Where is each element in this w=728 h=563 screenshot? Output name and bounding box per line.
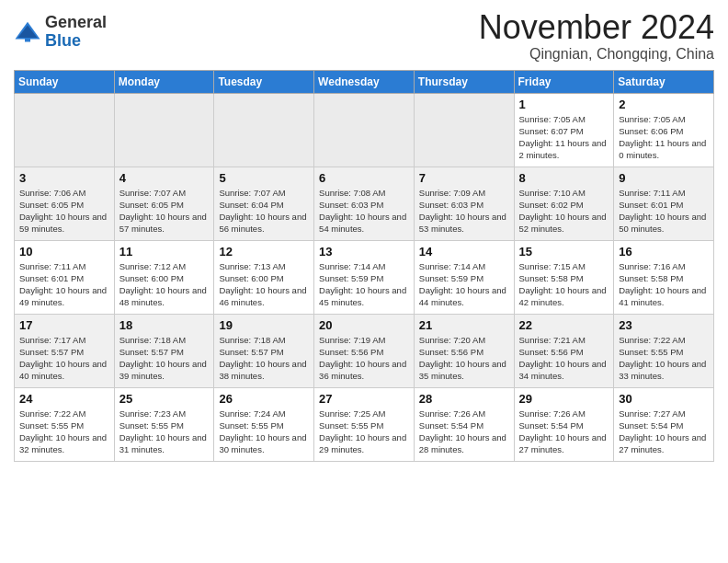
day-info: Sunrise: 7:19 AMSunset: 5:56 PMDaylight:… [319, 334, 409, 383]
day-number: 28 [419, 392, 509, 406]
calendar-cell [15, 93, 115, 167]
calendar-cell: 24Sunrise: 7:22 AMSunset: 5:55 PMDayligh… [15, 387, 115, 461]
calendar-cell: 2Sunrise: 7:05 AMSunset: 6:06 PMDaylight… [614, 93, 714, 167]
logo-blue-text: Blue [45, 32, 107, 51]
week-row-4: 17Sunrise: 7:17 AMSunset: 5:57 PMDayligh… [15, 314, 714, 387]
calendar-cell: 15Sunrise: 7:15 AMSunset: 5:58 PMDayligh… [514, 240, 614, 314]
day-info: Sunrise: 7:11 AMSunset: 6:01 PMDaylight:… [619, 187, 709, 236]
day-info: Sunrise: 7:26 AMSunset: 5:54 PMDaylight:… [419, 408, 509, 456]
calendar-cell: 12Sunrise: 7:13 AMSunset: 6:00 PMDayligh… [214, 240, 314, 314]
day-number: 19 [219, 318, 309, 332]
day-number: 11 [119, 245, 210, 259]
calendar-cell: 5Sunrise: 7:07 AMSunset: 6:04 PMDaylight… [214, 167, 314, 240]
day-info: Sunrise: 7:14 AMSunset: 5:59 PMDaylight:… [419, 260, 509, 309]
calendar-cell [214, 93, 314, 167]
day-info: Sunrise: 7:24 AMSunset: 5:55 PMDaylight:… [219, 408, 309, 456]
calendar-cell: 28Sunrise: 7:26 AMSunset: 5:54 PMDayligh… [414, 387, 514, 461]
day-number: 9 [619, 171, 709, 185]
day-number: 16 [619, 245, 709, 259]
day-info: Sunrise: 7:25 AMSunset: 5:55 PMDaylight:… [319, 408, 409, 456]
day-number: 7 [419, 171, 509, 185]
day-number: 13 [319, 245, 409, 259]
day-number: 22 [519, 318, 609, 332]
day-info: Sunrise: 7:07 AMSunset: 6:05 PMDaylight:… [119, 187, 210, 236]
month-title: November 2024 [479, 9, 714, 46]
day-info: Sunrise: 7:07 AMSunset: 6:04 PMDaylight:… [219, 187, 309, 236]
calendar-cell: 26Sunrise: 7:24 AMSunset: 5:55 PMDayligh… [214, 387, 314, 461]
day-info: Sunrise: 7:08 AMSunset: 6:03 PMDaylight:… [319, 187, 409, 236]
day-info: Sunrise: 7:05 AMSunset: 6:07 PMDaylight:… [519, 113, 609, 162]
day-number: 23 [619, 318, 709, 332]
week-row-3: 10Sunrise: 7:11 AMSunset: 6:01 PMDayligh… [15, 240, 714, 314]
day-info: Sunrise: 7:26 AMSunset: 5:54 PMDaylight:… [519, 408, 609, 456]
calendar-cell: 6Sunrise: 7:08 AMSunset: 6:03 PMDaylight… [314, 167, 415, 240]
location-subtitle: Qingnian, Chongqing, China [479, 46, 714, 63]
calendar-cell: 18Sunrise: 7:18 AMSunset: 5:57 PMDayligh… [114, 314, 214, 387]
day-number: 1 [519, 98, 609, 111]
calendar-cell: 13Sunrise: 7:14 AMSunset: 5:59 PMDayligh… [314, 240, 415, 314]
day-number: 5 [219, 171, 309, 185]
day-number: 14 [419, 245, 509, 259]
calendar-cell: 30Sunrise: 7:27 AMSunset: 5:54 PMDayligh… [614, 387, 714, 461]
week-row-5: 24Sunrise: 7:22 AMSunset: 5:55 PMDayligh… [15, 387, 714, 461]
calendar-cell [414, 93, 514, 167]
calendar-cell: 14Sunrise: 7:14 AMSunset: 5:59 PMDayligh… [414, 240, 514, 314]
day-info: Sunrise: 7:21 AMSunset: 5:56 PMDaylight:… [519, 334, 609, 383]
day-number: 30 [619, 392, 709, 406]
calendar-cell: 10Sunrise: 7:11 AMSunset: 6:01 PMDayligh… [15, 240, 115, 314]
logo-icon [14, 18, 41, 46]
day-number: 3 [19, 171, 109, 185]
day-info: Sunrise: 7:23 AMSunset: 5:55 PMDaylight:… [119, 408, 210, 456]
day-number: 24 [19, 392, 109, 406]
logo-text: General Blue [45, 14, 107, 51]
calendar-cell: 3Sunrise: 7:06 AMSunset: 6:05 PMDaylight… [15, 167, 115, 240]
week-row-1: 1Sunrise: 7:05 AMSunset: 6:07 PMDaylight… [15, 93, 714, 167]
weekday-header-saturday: Saturday [614, 70, 714, 93]
calendar-cell: 4Sunrise: 7:07 AMSunset: 6:05 PMDaylight… [114, 167, 214, 240]
day-info: Sunrise: 7:16 AMSunset: 5:58 PMDaylight:… [619, 260, 709, 309]
day-info: Sunrise: 7:09 AMSunset: 6:03 PMDaylight:… [419, 187, 509, 236]
day-number: 10 [19, 245, 109, 259]
weekday-header-tuesday: Tuesday [214, 70, 314, 93]
svg-rect-2 [25, 38, 30, 42]
day-number: 8 [519, 171, 609, 185]
day-info: Sunrise: 7:22 AMSunset: 5:55 PMDaylight:… [619, 334, 709, 383]
day-number: 26 [219, 392, 309, 406]
page: General Blue November 2024 Qingnian, Cho… [0, 0, 728, 471]
calendar-cell: 20Sunrise: 7:19 AMSunset: 5:56 PMDayligh… [314, 314, 415, 387]
day-info: Sunrise: 7:18 AMSunset: 5:57 PMDaylight:… [119, 334, 210, 383]
calendar-cell: 25Sunrise: 7:23 AMSunset: 5:55 PMDayligh… [114, 387, 214, 461]
logo-general-text: General [45, 14, 107, 32]
day-number: 17 [19, 318, 109, 332]
logo: General Blue [14, 14, 107, 51]
calendar-cell [314, 93, 415, 167]
day-number: 27 [319, 392, 409, 406]
weekday-header-monday: Monday [114, 70, 214, 93]
day-number: 15 [519, 245, 609, 259]
calendar-cell: 23Sunrise: 7:22 AMSunset: 5:55 PMDayligh… [614, 314, 714, 387]
day-number: 4 [119, 171, 210, 185]
day-number: 29 [519, 392, 609, 406]
calendar-cell: 16Sunrise: 7:16 AMSunset: 5:58 PMDayligh… [614, 240, 714, 314]
weekday-header-thursday: Thursday [414, 70, 514, 93]
day-number: 21 [419, 318, 509, 332]
day-number: 25 [119, 392, 210, 406]
day-info: Sunrise: 7:13 AMSunset: 6:00 PMDaylight:… [219, 260, 309, 309]
day-info: Sunrise: 7:06 AMSunset: 6:05 PMDaylight:… [19, 187, 109, 236]
calendar-cell: 11Sunrise: 7:12 AMSunset: 6:00 PMDayligh… [114, 240, 214, 314]
day-info: Sunrise: 7:27 AMSunset: 5:54 PMDaylight:… [619, 408, 709, 456]
day-info: Sunrise: 7:22 AMSunset: 5:55 PMDaylight:… [19, 408, 109, 456]
day-info: Sunrise: 7:11 AMSunset: 6:01 PMDaylight:… [19, 260, 109, 309]
weekday-header-sunday: Sunday [15, 70, 115, 93]
day-info: Sunrise: 7:12 AMSunset: 6:00 PMDaylight:… [119, 260, 210, 309]
calendar-cell: 22Sunrise: 7:21 AMSunset: 5:56 PMDayligh… [514, 314, 614, 387]
day-info: Sunrise: 7:18 AMSunset: 5:57 PMDaylight:… [219, 334, 309, 383]
day-number: 6 [319, 171, 409, 185]
calendar-cell: 29Sunrise: 7:26 AMSunset: 5:54 PMDayligh… [514, 387, 614, 461]
title-block: November 2024 Qingnian, Chongqing, China [479, 9, 714, 63]
calendar-cell: 9Sunrise: 7:11 AMSunset: 6:01 PMDaylight… [614, 167, 714, 240]
calendar-table: SundayMondayTuesdayWednesdayThursdayFrid… [14, 70, 714, 462]
weekday-header-friday: Friday [514, 70, 614, 93]
day-number: 18 [119, 318, 210, 332]
day-info: Sunrise: 7:20 AMSunset: 5:56 PMDaylight:… [419, 334, 509, 383]
